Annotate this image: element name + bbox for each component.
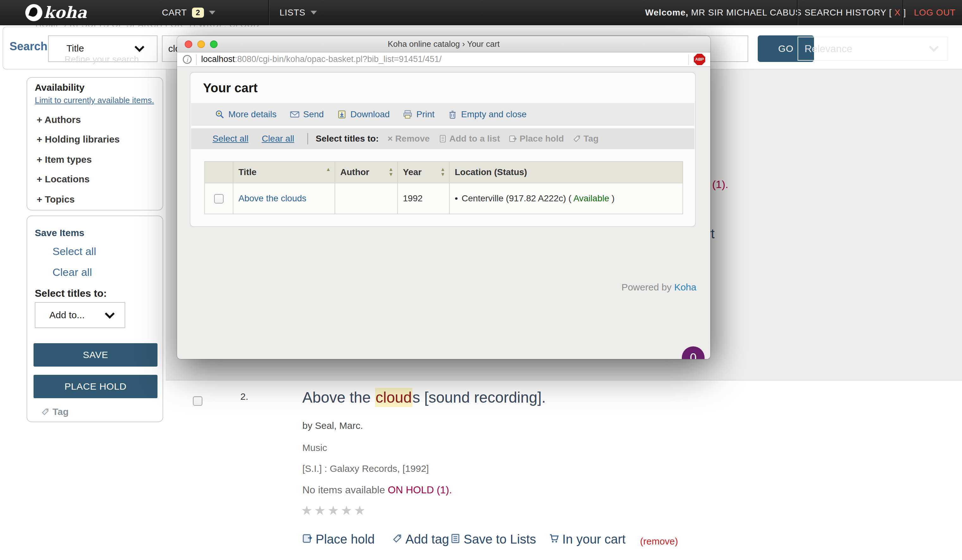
tag-icon bbox=[41, 408, 49, 416]
facets-box: Availability Limit to currently availabl… bbox=[27, 77, 163, 211]
koha-logo[interactable]: koha bbox=[25, 3, 87, 22]
cart-remove-label: Remove bbox=[395, 134, 430, 144]
selectbar-divider bbox=[307, 133, 308, 145]
cart-table-header-row: Title ▲ Author ▲▼ Year ▲▼ Location (St bbox=[205, 161, 683, 183]
facet-topics[interactable]: + Topics bbox=[37, 194, 75, 205]
place-hold-button[interactable]: PLACE HOLD bbox=[34, 375, 158, 398]
select-titles-label: Select titles to: bbox=[35, 288, 107, 299]
download-button[interactable]: Download bbox=[337, 109, 390, 119]
cart-place-hold-button[interactable]: Place hold bbox=[509, 134, 564, 144]
magnifier-plus-icon bbox=[215, 109, 224, 119]
cart-toolbar: More details Send Download Print bbox=[191, 103, 694, 126]
location-text: Centerville (917.82 A222c) ( bbox=[462, 193, 573, 203]
save-button[interactable]: SAVE bbox=[34, 343, 158, 367]
cart-remove-button[interactable]: × Remove bbox=[388, 134, 430, 144]
more-details-label: More details bbox=[228, 109, 277, 119]
place-hold-label: Place hold bbox=[316, 532, 375, 546]
tag-label: Tag bbox=[53, 406, 69, 417]
cart-add-to-list-label: Add to a list bbox=[449, 134, 500, 144]
navbar-divider bbox=[268, 0, 270, 25]
cart-row-checkbox[interactable] bbox=[214, 194, 224, 204]
facet-locations[interactable]: + Locations bbox=[37, 174, 90, 185]
cart-heading: Your cart bbox=[203, 81, 258, 95]
logout-link[interactable]: LOG OUT bbox=[914, 0, 956, 25]
popup-titlebar[interactable]: Koha online catalog › Your cart bbox=[177, 36, 710, 53]
in-your-cart-link[interactable]: In your cart bbox=[549, 532, 626, 546]
sort-both-icon: ▲▼ bbox=[440, 167, 445, 177]
rating-star-icon[interactable]: ★ bbox=[354, 504, 367, 517]
remove-from-cart-link[interactable]: (remove) bbox=[640, 536, 678, 547]
list-icon bbox=[450, 533, 460, 544]
search-index-value: Title bbox=[66, 43, 84, 54]
refine-search-link[interactable]: Refine your search bbox=[65, 54, 139, 64]
result-2-number: 2. bbox=[240, 391, 248, 402]
empty-and-close-button[interactable]: Empty and close bbox=[448, 109, 526, 119]
cart-add-to-list-button[interactable]: Add to a list bbox=[439, 134, 500, 144]
send-button[interactable]: Send bbox=[290, 109, 324, 119]
result-2-title-link[interactable]: Above the clouds [sound recording]. bbox=[302, 389, 546, 406]
cart-row-title-link[interactable]: Above the clouds bbox=[239, 193, 307, 203]
adblock-plus-icon[interactable]: ABP bbox=[694, 54, 705, 65]
place-hold-link[interactable]: Place hold bbox=[302, 532, 375, 546]
add-tag-link[interactable]: Add tag bbox=[392, 532, 449, 546]
site-info-icon[interactable]: i bbox=[183, 55, 192, 64]
rating-star-icon[interactable]: ★ bbox=[328, 504, 341, 517]
cart-clear-all-link[interactable]: Clear all bbox=[262, 134, 294, 144]
available-status: Available bbox=[573, 193, 609, 203]
cart-menu[interactable]: CART 2 bbox=[162, 0, 215, 25]
url-path: :8080/cgi-bin/koha/opac-basket.pl?bib_li… bbox=[235, 54, 442, 64]
facet-authors[interactable]: + Authors bbox=[37, 114, 81, 125]
search-history-link[interactable]: SEARCH HISTORY [ X ] bbox=[804, 0, 906, 25]
clear-all-link[interactable]: Clear all bbox=[53, 266, 92, 278]
chevron-down-icon bbox=[134, 42, 144, 52]
save-to-lists-link[interactable]: Save to Lists bbox=[450, 532, 536, 546]
lists-menu[interactable]: LISTS bbox=[279, 0, 317, 25]
tag-link[interactable]: Tag bbox=[41, 406, 69, 417]
more-details-button[interactable]: More details bbox=[215, 109, 277, 119]
powered-by-text: Powered by bbox=[621, 282, 674, 292]
rating-star-icon[interactable]: ★ bbox=[314, 504, 328, 517]
rating-stars[interactable]: ★★★★★ bbox=[301, 503, 367, 518]
print-button[interactable]: Print bbox=[403, 109, 434, 119]
title-column-header[interactable]: Title ▲ bbox=[233, 161, 335, 183]
address-url[interactable]: localhost:8080/cgi-bin/koha/opac-basket.… bbox=[201, 54, 441, 64]
cart-tag-button[interactable]: Tag bbox=[573, 134, 599, 144]
rating-star-icon[interactable]: ★ bbox=[341, 504, 354, 517]
rating-star-icon[interactable]: ★ bbox=[301, 504, 314, 517]
in-your-cart-label: In your cart bbox=[562, 532, 626, 546]
select-all-link[interactable]: Select all bbox=[53, 245, 96, 257]
download-icon bbox=[337, 109, 347, 119]
welcome-prefix: Welcome, bbox=[645, 8, 688, 18]
facet-itemtypes[interactable]: + Item types bbox=[37, 154, 92, 165]
search-history-clear[interactable]: X bbox=[894, 8, 900, 18]
popup-body: Your cart More details Send Download bbox=[177, 67, 710, 359]
location-close-paren: ) bbox=[609, 193, 615, 203]
place-hold-icon bbox=[302, 533, 312, 544]
limit-available-link[interactable]: Limit to currently available items. bbox=[35, 95, 154, 105]
add-to-select[interactable]: Add to... bbox=[35, 302, 125, 328]
cart-selectbar: Select all Clear all Select titles to: ×… bbox=[191, 128, 694, 149]
search-history-label: SEARCH HISTORY [ bbox=[804, 8, 894, 18]
result-2-checkbox[interactable] bbox=[193, 396, 202, 406]
author-header-label: Author bbox=[340, 167, 370, 177]
title-post: s [sound recording]. bbox=[412, 389, 546, 406]
popup-urlbar[interactable]: i localhost:8080/cgi-bin/koha/opac-baske… bbox=[177, 53, 710, 67]
year-column-header[interactable]: Year ▲▼ bbox=[397, 161, 449, 183]
window-title: Koha online catalog › Your cart bbox=[177, 39, 710, 49]
koha-link[interactable]: Koha bbox=[674, 282, 696, 292]
cart-row-location-cell: •Centerville (917.82 A222c) ( Available … bbox=[449, 183, 683, 214]
result-2-author[interactable]: by Seal, Marc. bbox=[302, 420, 363, 431]
facet-libraries[interactable]: + Holding libraries bbox=[37, 134, 120, 145]
koha-logo-text: koha bbox=[44, 3, 87, 22]
location-header-label: Location (Status) bbox=[455, 167, 527, 177]
cart-select-all-link[interactable]: Select all bbox=[213, 134, 249, 144]
list-bullet: • bbox=[455, 193, 458, 203]
year-header-label: Year bbox=[403, 167, 421, 177]
chevron-down-icon bbox=[929, 42, 939, 52]
sort-select[interactable]: Relevance bbox=[797, 37, 948, 61]
save-items-heading: Save Items bbox=[35, 227, 84, 238]
place-hold-icon bbox=[509, 135, 517, 143]
author-column-header[interactable]: Author ▲▼ bbox=[335, 161, 397, 183]
tag-icon bbox=[392, 533, 402, 544]
extension-count-badge[interactable]: 0 bbox=[682, 346, 705, 359]
